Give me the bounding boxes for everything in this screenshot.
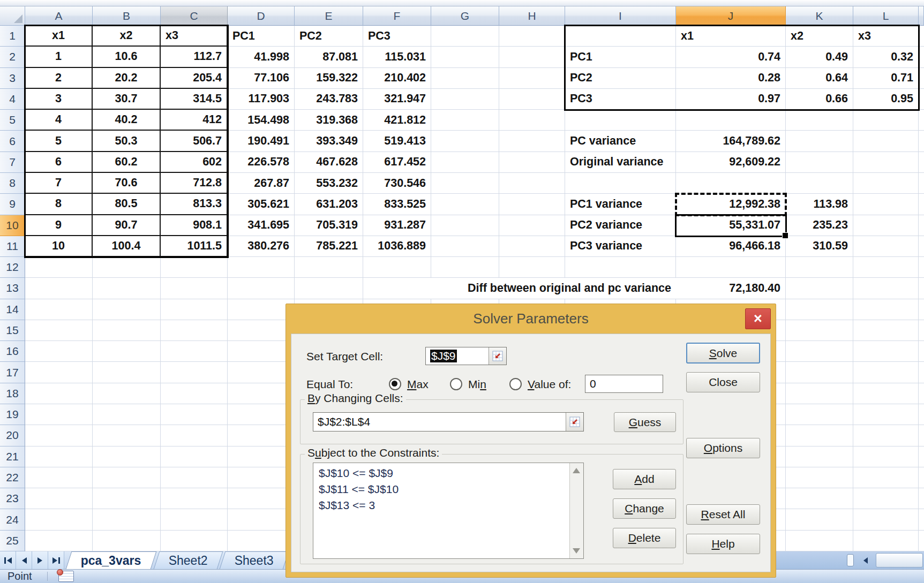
cell-K18[interactable] — [786, 383, 853, 404]
scroll-left-button[interactable] — [858, 553, 873, 567]
cell-J11[interactable]: 96,466.18 — [676, 236, 786, 257]
cell-B7[interactable]: 60.2 — [93, 152, 161, 173]
options-button[interactable]: Options — [686, 438, 760, 458]
row-header-10[interactable]: 10 — [0, 215, 25, 236]
cell-E6[interactable]: 393.349 — [295, 131, 363, 152]
constraints-scrollbar[interactable] — [569, 463, 583, 558]
cell-K24[interactable] — [786, 509, 853, 530]
cell-C10[interactable]: 908.1 — [161, 215, 228, 236]
cell-B2[interactable]: 10.6 — [93, 47, 161, 67]
row-header-8[interactable]: 8 — [0, 173, 25, 194]
cell-I8[interactable] — [565, 173, 676, 194]
cell-D7[interactable]: 226.578 — [228, 152, 295, 173]
macro-record-icon[interactable] — [58, 571, 74, 582]
cell-H2[interactable] — [499, 47, 565, 67]
row-header-9[interactable]: 9 — [0, 194, 25, 215]
change-button[interactable]: Change — [613, 498, 676, 519]
cell-B12[interactable] — [93, 257, 161, 278]
constraint-item[interactable]: $J$10 <= $J$9 — [313, 465, 583, 481]
cell-B1[interactable]: x2 — [93, 26, 161, 47]
cell-D6[interactable]: 190.491 — [228, 131, 295, 152]
cell-F11[interactable]: 1036.889 — [363, 236, 431, 257]
value-of-radio-label[interactable]: Value of: — [528, 378, 571, 391]
cell-K22[interactable] — [786, 467, 853, 488]
cell-K2[interactable]: 0.49 — [786, 47, 853, 67]
cell-B20[interactable] — [93, 425, 161, 446]
column-header-B[interactable]: B — [93, 6, 161, 26]
cell-L24[interactable] — [853, 509, 919, 530]
cell-D12[interactable] — [228, 257, 295, 278]
row-header-17[interactable]: 17 — [0, 362, 25, 383]
row-header-11[interactable]: 11 — [0, 236, 25, 257]
cell-G11[interactable] — [431, 236, 499, 257]
constraint-item[interactable]: $J$13 <= 3 — [313, 497, 583, 513]
cell-J7[interactable]: 92,609.22 — [676, 152, 786, 173]
cell-A14[interactable] — [25, 299, 93, 320]
column-header-E[interactable]: E — [295, 6, 363, 26]
cell-J6[interactable]: 164,789.62 — [676, 131, 786, 152]
cell-K14[interactable] — [786, 299, 853, 320]
value-of-input[interactable]: 0 — [585, 375, 663, 393]
row-header-6[interactable]: 6 — [0, 131, 25, 152]
cell-D11[interactable]: 380.276 — [228, 236, 295, 257]
cell-A18[interactable] — [25, 383, 93, 404]
cell-D18[interactable] — [228, 383, 295, 404]
first-sheet-button[interactable] — [0, 551, 16, 569]
cell-B18[interactable] — [93, 383, 161, 404]
cell-E5[interactable]: 319.368 — [295, 110, 363, 131]
sheet-tab-Sheet3[interactable]: Sheet3 — [220, 551, 289, 569]
column-header-F[interactable]: F — [363, 6, 431, 26]
cell-G9[interactable] — [431, 194, 499, 215]
cell-A2[interactable]: 1 — [25, 47, 93, 67]
cell-B8[interactable]: 70.6 — [93, 173, 161, 194]
cell-D21[interactable] — [228, 446, 295, 467]
cell-C25[interactable] — [161, 531, 228, 551]
cell-L6[interactable] — [853, 131, 919, 152]
cell-B3[interactable]: 20.2 — [93, 68, 161, 89]
cell-E11[interactable]: 785.221 — [295, 236, 363, 257]
cell-E3[interactable]: 159.322 — [295, 68, 363, 89]
solve-button[interactable]: Solve — [686, 343, 760, 364]
cell-D9[interactable]: 305.621 — [228, 194, 295, 215]
cell-G7[interactable] — [431, 152, 499, 173]
cell-E8[interactable]: 553.232 — [295, 173, 363, 194]
by-changing-cells-input[interactable]: $J$2:$L$4 — [313, 412, 584, 431]
cell-H10[interactable] — [499, 215, 565, 236]
cell-J10[interactable]: 55,331.07 — [676, 215, 786, 236]
cell-L23[interactable] — [853, 488, 919, 509]
cell-A25[interactable] — [25, 531, 93, 551]
cell-K3[interactable]: 0.64 — [786, 68, 853, 89]
cell-D22[interactable] — [228, 467, 295, 488]
cell-F12[interactable] — [363, 257, 431, 278]
cell-K21[interactable] — [786, 446, 853, 467]
cell-C3[interactable]: 205.4 — [161, 68, 228, 89]
row-header-7[interactable]: 7 — [0, 152, 25, 173]
range-selector-icon[interactable] — [489, 347, 506, 365]
cell-A16[interactable] — [25, 341, 93, 362]
cell-L14[interactable] — [853, 299, 919, 320]
column-header-K[interactable]: K — [786, 6, 853, 26]
cell-C7[interactable]: 602 — [161, 152, 228, 173]
cell-J13[interactable]: 72,180.40 — [676, 278, 786, 299]
cell-A15[interactable] — [25, 320, 93, 341]
cell-A9[interactable]: 8 — [25, 194, 93, 215]
row-header-5[interactable]: 5 — [0, 110, 25, 131]
target-cell-input[interactable]: $J$9 — [425, 347, 507, 365]
cell-E7[interactable]: 467.628 — [295, 152, 363, 173]
row-header-2[interactable]: 2 — [0, 47, 25, 67]
cell-A23[interactable] — [25, 488, 93, 509]
cell-J3[interactable]: 0.28 — [676, 68, 786, 89]
cell-D19[interactable] — [228, 404, 295, 425]
cell-F9[interactable]: 833.525 — [363, 194, 431, 215]
cell-D23[interactable] — [228, 488, 295, 509]
cell-F3[interactable]: 210.402 — [363, 68, 431, 89]
cell-D20[interactable] — [228, 425, 295, 446]
cell-B9[interactable]: 80.5 — [93, 194, 161, 215]
cell-L3[interactable]: 0.71 — [853, 68, 919, 89]
cell-J1[interactable]: x1 — [676, 26, 786, 47]
cell-K8[interactable] — [786, 173, 853, 194]
cell-A22[interactable] — [25, 467, 93, 488]
cell-L20[interactable] — [853, 425, 919, 446]
cell-J12[interactable] — [676, 257, 786, 278]
close-dialog-button[interactable]: Close — [686, 372, 760, 392]
